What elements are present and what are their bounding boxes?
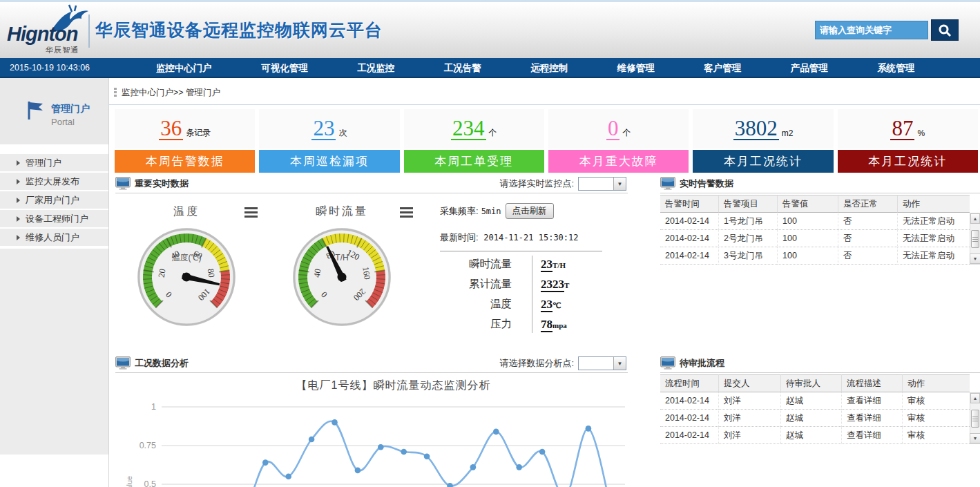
nav-item-9[interactable]: 系统管理 [877,58,914,78]
svg-text:1: 1 [151,402,156,412]
table-cell: 无法正常启动 [897,247,970,265]
sidebar-item-3[interactable]: 厂家用户门户 [0,191,108,210]
stat-label: 本月工况统计 [693,150,833,173]
select-value [579,178,613,190]
sidebar-item-label: 设备工程师门户 [26,213,88,225]
arrow-right-icon [17,179,20,184]
scroll-thumb[interactable] [971,230,979,248]
gauge-menu-icon[interactable] [244,207,258,219]
table-row: 2014-02-143号龙门吊100否无法正常启动 [660,247,980,265]
scroll-up-button[interactable]: ▲ [970,393,980,403]
section-header: 待审批流程 [660,354,980,373]
nav-item-3[interactable]: 工况监控 [357,58,394,78]
section-title: 重要实时数据 [135,178,189,190]
scroll-down-button[interactable]: ▼ [970,433,980,443]
readings-table: 瞬时流量23T/H累计流量2323T温度23℃压力78mpa [440,251,602,334]
table-cell[interactable]: 审核 [902,392,970,410]
refresh-button[interactable]: 点击刷新 [506,203,554,219]
sidebar-item-5[interactable]: 维修人员门户 [0,229,108,247]
sidebar-item-2[interactable]: 监控大屏发布 [0,173,108,191]
table-cell[interactable]: 查看详细 [841,410,902,427]
sidebar-portal-header: 管理门户 Portal [0,78,108,144]
nav-item-1[interactable]: 监控中心门户 [156,58,212,78]
stat-unit: 个 [489,127,497,139]
nav-item-4[interactable]: 工况告警 [444,58,481,78]
vertical-scrollbar[interactable]: ▲▼ [970,213,980,265]
freq-value: 5min [481,207,501,216]
table-cell[interactable]: 查看详细 [841,427,902,444]
stat-value-box: 3802m2 [693,109,833,149]
chevron-down-icon: ▼ [613,178,626,190]
scroll-down-button[interactable]: ▼ [970,254,980,264]
table-cell: 否 [838,213,897,230]
stat-label: 本周工单受理 [404,150,544,173]
nav-item-6[interactable]: 维修管理 [617,58,655,78]
reading-label: 累计流量 [440,277,523,292]
stat-card-3[interactable]: 234个本周工单受理 [404,109,544,173]
reading-row: 温度23℃ [440,294,602,314]
vertical-scrollbar[interactable]: ▲▼ [970,392,980,444]
reading-label: 温度 [440,297,523,312]
table-cell[interactable]: 审核 [902,410,970,427]
svg-text:0.75: 0.75 [140,441,156,450]
stat-label: 本周巡检漏项 [259,150,399,173]
table-cell[interactable]: 审核 [902,427,970,444]
stat-value-box: 23次 [259,109,399,149]
stat-card-4[interactable]: 0个本月重大故障 [548,109,689,173]
column-header: 告警项目 [718,195,777,213]
logo[interactable]: Hignton 华辰智通 [6,5,92,57]
stat-value-box: 87% [838,109,978,149]
table-cell: 2014-02-14 [660,427,718,444]
stat-card-5[interactable]: 3802m2本月工况统计 [693,109,833,173]
stat-label: 本月重大故障 [548,150,689,173]
stat-unit: m2 [782,128,794,138]
reading-unit: T [564,281,569,289]
reading-label: 压力 [440,317,523,332]
section-header: 实时告警数据 [660,174,980,193]
table-cell: 否 [838,230,897,247]
svg-text:0.5: 0.5 [144,479,156,487]
scroll-grip [972,237,978,238]
sidebar-item-4[interactable]: 设备工程师门户 [0,210,108,229]
nav-item-2[interactable]: 可视化管理 [261,58,308,78]
breadcrumb-icon [114,88,117,98]
breadcrumb-text: 监控中心门户>> 管理门户 [122,87,220,99]
sidebar-item-1[interactable]: 管理门户 [0,154,108,173]
column-header: 流程描述 [841,374,902,392]
line-chart: 10.750.50.250value [115,397,628,487]
gauge-dial: 04080120160200T/H [290,222,394,332]
scroll-grip [972,421,978,421]
stat-card-6[interactable]: 87%本月工况统计 [838,109,978,173]
search-button[interactable] [931,19,959,41]
scroll-up-button[interactable]: ▲ [970,213,980,224]
nav-item-8[interactable]: 产品管理 [791,58,828,78]
panel-realtime-alarms: 实时告警数据 告警时间告警项目告警值是否正常动作2014-02-141号龙门吊1… [660,174,980,350]
table-cell[interactable]: 查看详细 [841,392,902,410]
gauge-title: 瞬时流量 [290,204,394,219]
gauge-menu-icon[interactable] [400,207,413,219]
monitor-point-select[interactable]: ▼ [578,177,626,191]
arrow-right-icon [17,216,20,222]
stat-card-2[interactable]: 23次本周巡检漏项 [259,109,399,173]
stat-card-1[interactable]: 36条记录本周告警数据 [115,109,255,173]
table-cell: 赵城 [780,410,841,427]
scroll-grip [972,419,978,419]
table-cell: 2014-02-14 [660,213,718,230]
divider [109,104,980,105]
table-cell: 否 [838,247,897,265]
table-row: 2014-02-14刘洋赵城查看详细审核 [660,410,980,427]
nav-item-5[interactable]: 远程控制 [530,58,568,78]
table-row: 2014-02-141号龙门吊100否无法正常启动 [660,213,980,230]
nav-item-7[interactable]: 客户管理 [704,58,741,78]
analysis-point-select[interactable]: ▼ [578,356,626,370]
reading-label: 瞬时流量 [440,257,523,271]
gauge-dial: 020406080100温度(℃) [135,222,238,332]
monitor-icon [660,356,675,370]
reading-value: 2323T [523,278,569,292]
scroll-thumb[interactable] [971,410,979,428]
section-realtime-data: 重要实时数据 请选择实时监控点: ▼ 温度 020406080100温度(℃) … [115,174,628,350]
reading-row: 压力78mpa [440,314,602,334]
reading-value: 78mpa [523,318,567,332]
search-input[interactable] [815,21,928,39]
section-title: 实时告警数据 [680,178,733,190]
